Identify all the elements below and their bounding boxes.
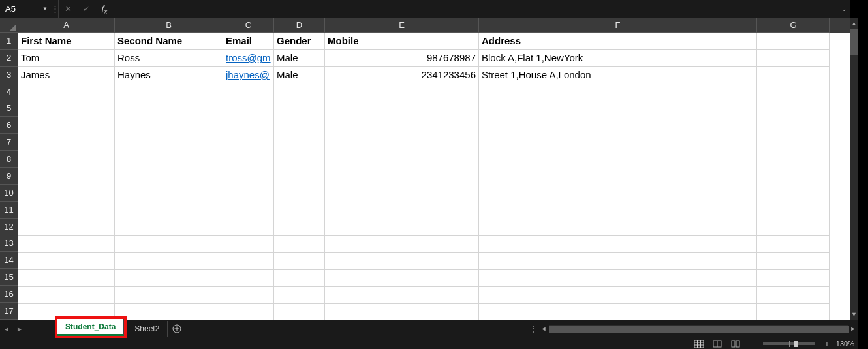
cell[interactable] [757, 100, 830, 117]
cell[interactable] [223, 151, 274, 168]
cell[interactable] [757, 219, 830, 236]
hscroll-thumb[interactable] [549, 326, 849, 333]
cell[interactable] [115, 270, 223, 287]
cell[interactable] [325, 100, 479, 117]
cell[interactable] [479, 219, 757, 236]
view-page-break-icon[interactable] [729, 339, 742, 348]
cell[interactable] [479, 151, 757, 168]
zoom-out-button[interactable]: − [747, 340, 755, 348]
cell[interactable] [274, 219, 325, 236]
cell[interactable]: Email [223, 33, 274, 50]
cell[interactable] [479, 168, 757, 185]
tab-next-icon[interactable]: ► [13, 320, 26, 338]
zoom-slider[interactable] [763, 342, 815, 345]
horizontal-scrollbar[interactable]: ◄ ► [538, 320, 858, 338]
cell[interactable] [757, 270, 830, 287]
row-header[interactable]: 5 [0, 100, 18, 117]
cells-area[interactable]: First NameSecond NameEmailGenderMobileAd… [18, 33, 850, 320]
row-header[interactable]: 3 [0, 67, 18, 83]
cell[interactable] [757, 67, 830, 83]
cell[interactable] [479, 287, 757, 304]
col-header-C[interactable]: C [223, 18, 274, 33]
formula-input[interactable] [114, 0, 838, 18]
cell[interactable] [18, 117, 115, 134]
scroll-left-icon[interactable]: ◄ [538, 326, 549, 332]
cell[interactable] [757, 236, 830, 253]
cell[interactable] [115, 185, 223, 202]
accept-icon[interactable]: ✓ [77, 0, 95, 18]
cell[interactable] [115, 219, 223, 236]
add-sheet-button[interactable] [168, 324, 186, 333]
cell[interactable] [223, 117, 274, 134]
cell[interactable]: First Name [18, 33, 115, 50]
cell[interactable] [18, 100, 115, 117]
cell[interactable] [115, 168, 223, 185]
cell[interactable] [18, 202, 115, 219]
scroll-down-icon[interactable]: ▼ [850, 309, 858, 320]
cell[interactable] [274, 270, 325, 287]
row-header[interactable]: 4 [0, 83, 18, 100]
cell[interactable] [479, 270, 757, 287]
cell[interactable] [479, 253, 757, 270]
cell[interactable] [223, 253, 274, 270]
cell[interactable] [757, 33, 830, 50]
cell[interactable] [325, 117, 479, 134]
cell[interactable] [223, 134, 274, 151]
cell[interactable] [325, 83, 479, 100]
row-header[interactable]: 8 [0, 151, 18, 168]
cell[interactable] [18, 168, 115, 185]
cell[interactable] [115, 304, 223, 320]
cell[interactable] [18, 83, 115, 100]
row-header[interactable]: 15 [0, 269, 18, 286]
cell[interactable] [115, 253, 223, 270]
cell[interactable]: Male [274, 67, 325, 83]
cell[interactable] [18, 134, 115, 151]
col-header-E[interactable]: E [325, 18, 479, 33]
row-header[interactable]: 2 [0, 50, 18, 67]
col-header-F[interactable]: F [479, 18, 757, 33]
scroll-right-icon[interactable]: ► [848, 326, 858, 332]
row-header[interactable]: 13 [0, 235, 18, 252]
cell[interactable] [325, 185, 479, 202]
row-header[interactable]: 14 [0, 252, 18, 269]
row-header[interactable]: 11 [0, 202, 18, 219]
cell[interactable]: Mobile [325, 33, 479, 50]
cell[interactable] [479, 83, 757, 100]
cell[interactable] [223, 168, 274, 185]
cell[interactable] [757, 253, 830, 270]
cell[interactable] [223, 202, 274, 219]
cell[interactable] [115, 134, 223, 151]
cell[interactable] [115, 151, 223, 168]
row-header[interactable]: 16 [0, 286, 18, 303]
cell[interactable] [274, 117, 325, 134]
view-page-layout-icon[interactable] [711, 339, 724, 348]
cell[interactable] [274, 151, 325, 168]
col-header-D[interactable]: D [274, 18, 325, 33]
cell[interactable]: tross@gm [223, 50, 274, 67]
cell[interactable] [325, 270, 479, 287]
cell[interactable] [325, 253, 479, 270]
cell[interactable]: James [18, 67, 115, 83]
scroll-up-icon[interactable]: ▲ [850, 18, 858, 29]
cell[interactable]: Second Name [115, 33, 223, 50]
cell[interactable] [325, 287, 479, 304]
row-header[interactable]: 10 [0, 185, 18, 202]
cell[interactable] [757, 83, 830, 100]
cell[interactable] [18, 185, 115, 202]
cell[interactable] [274, 185, 325, 202]
cell[interactable] [274, 287, 325, 304]
cell[interactable] [115, 287, 223, 304]
row-header[interactable]: 1 [0, 33, 18, 50]
cell[interactable] [18, 219, 115, 236]
cell[interactable] [274, 304, 325, 320]
cell[interactable] [757, 202, 830, 219]
vertical-scrollbar[interactable]: ▲ ▼ [850, 18, 858, 320]
cell[interactable] [18, 253, 115, 270]
cell[interactable]: Ross [115, 50, 223, 67]
cell[interactable]: Block A,Flat 1,NewYork [479, 50, 757, 67]
cell[interactable] [325, 236, 479, 253]
cell[interactable] [223, 100, 274, 117]
cell[interactable] [479, 304, 757, 320]
cell[interactable] [325, 168, 479, 185]
cell[interactable]: 987678987 [325, 50, 479, 67]
